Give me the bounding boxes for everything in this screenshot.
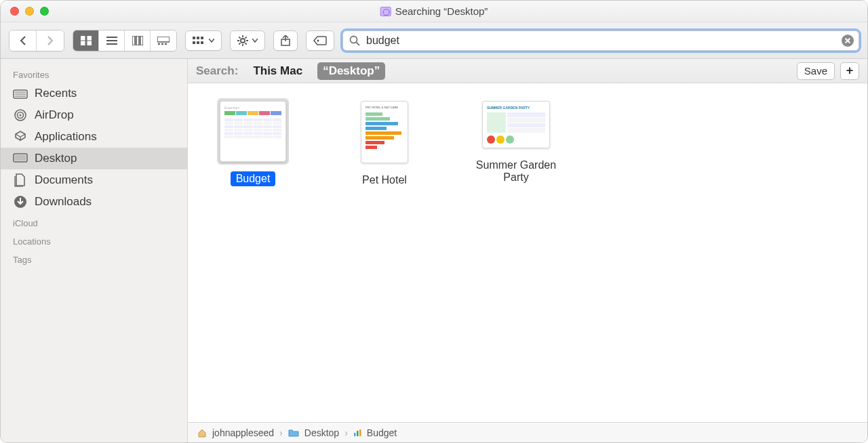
sidebar-item-label: Recents bbox=[35, 87, 77, 100]
path-segment[interactable]: johnappleseed bbox=[212, 427, 274, 438]
column-view-button[interactable] bbox=[125, 30, 151, 51]
view-switcher bbox=[73, 30, 177, 51]
file-thumbnail-wrap: SUMMER GARDEN PARTY bbox=[479, 98, 553, 151]
svg-point-31 bbox=[317, 39, 319, 41]
svg-rect-46 bbox=[359, 429, 361, 436]
svg-line-27 bbox=[239, 43, 240, 44]
svg-rect-8 bbox=[136, 36, 139, 45]
list-view-button[interactable] bbox=[99, 30, 125, 51]
back-button[interactable] bbox=[9, 30, 37, 51]
numbers-icon bbox=[353, 429, 361, 437]
file-thumbnail: Expenses bbox=[220, 101, 286, 162]
svg-line-33 bbox=[357, 42, 360, 45]
file-item[interactable]: Expenses Budget bbox=[205, 98, 300, 186]
search-icon bbox=[349, 35, 360, 46]
tag-icon bbox=[313, 36, 327, 45]
sidebar-header-tags: Tags bbox=[1, 249, 187, 268]
clear-search-button[interactable] bbox=[842, 35, 854, 47]
path-segment[interactable]: Budget bbox=[367, 427, 397, 438]
gallery-view-button[interactable] bbox=[151, 30, 176, 51]
chevron-down-icon bbox=[252, 39, 258, 43]
svg-rect-9 bbox=[140, 36, 143, 45]
icon-view-button[interactable] bbox=[73, 30, 99, 51]
sidebar-item-recents[interactable]: Recents bbox=[1, 83, 187, 104]
titlebar: Searching “Desktop” bbox=[1, 1, 867, 22]
file-thumbnail: SUMMER GARDEN PARTY bbox=[482, 101, 550, 148]
share-button[interactable] bbox=[273, 30, 298, 51]
chevron-right-icon: › bbox=[344, 427, 348, 438]
applications-icon bbox=[13, 131, 28, 143]
svg-rect-42 bbox=[15, 155, 26, 161]
svg-rect-17 bbox=[193, 41, 195, 44]
svg-rect-13 bbox=[165, 43, 167, 45]
desktop-icon bbox=[13, 152, 28, 165]
sidebar-item-label: Downloads bbox=[35, 195, 92, 209]
svg-point-40 bbox=[20, 114, 22, 117]
svg-rect-2 bbox=[81, 41, 85, 45]
file-item[interactable]: PET HOTEL & DAY CARE Pet Hotel bbox=[337, 98, 432, 188]
svg-rect-3 bbox=[87, 41, 92, 45]
results-area[interactable]: Expenses Budget bbox=[188, 83, 867, 422]
svg-line-26 bbox=[245, 43, 247, 44]
svg-rect-7 bbox=[132, 36, 135, 45]
svg-rect-16 bbox=[201, 37, 203, 39]
sidebar-item-documents[interactable]: Documents bbox=[1, 169, 187, 191]
svg-rect-0 bbox=[81, 36, 85, 40]
file-thumbnail-wrap: PET HOTEL & DAY CARE bbox=[358, 98, 411, 166]
sidebar-item-desktop[interactable]: Desktop bbox=[1, 148, 187, 169]
scope-option-desktop[interactable]: “Desktop” bbox=[317, 62, 385, 80]
chevron-down-icon bbox=[209, 39, 214, 43]
file-name: Budget bbox=[231, 171, 276, 186]
sidebar-item-label: Desktop bbox=[35, 152, 77, 165]
path-segment[interactable]: Desktop bbox=[304, 427, 339, 438]
nav-buttons bbox=[9, 30, 64, 51]
svg-rect-1 bbox=[87, 36, 92, 40]
svg-rect-44 bbox=[354, 433, 356, 436]
svg-point-20 bbox=[241, 39, 245, 43]
tags-button[interactable] bbox=[306, 30, 334, 51]
sidebar-item-applications[interactable]: Applications bbox=[1, 126, 187, 148]
save-search-button[interactable]: Save bbox=[797, 62, 835, 80]
downloads-icon bbox=[13, 196, 28, 208]
main-pane: Search: This Mac “Desktop” Save + Expens… bbox=[188, 59, 867, 442]
search-input[interactable] bbox=[342, 30, 859, 51]
search-folder-icon bbox=[380, 7, 391, 16]
zoom-window-button[interactable] bbox=[40, 7, 49, 16]
file-thumbnail: PET HOTEL & DAY CARE bbox=[361, 101, 408, 163]
sidebar-item-downloads[interactable]: Downloads bbox=[1, 191, 187, 213]
scope-label: Search: bbox=[196, 64, 238, 78]
airdrop-icon bbox=[13, 109, 28, 121]
action-menu-button[interactable] bbox=[230, 30, 265, 51]
forward-button[interactable] bbox=[37, 30, 64, 51]
folder-icon bbox=[288, 429, 299, 437]
svg-rect-45 bbox=[357, 431, 359, 436]
svg-rect-11 bbox=[158, 43, 160, 45]
sidebar-item-label: AirDrop bbox=[35, 108, 74, 122]
search-scope-bar: Search: This Mac “Desktop” Save + bbox=[188, 59, 867, 83]
svg-rect-19 bbox=[201, 41, 203, 44]
svg-rect-14 bbox=[193, 37, 195, 39]
svg-line-28 bbox=[245, 37, 247, 38]
close-window-button[interactable] bbox=[10, 7, 19, 16]
group-by-button[interactable] bbox=[185, 30, 222, 51]
sidebar-item-airdrop[interactable]: AirDrop bbox=[1, 104, 187, 126]
scope-option-this-mac[interactable]: This Mac bbox=[248, 62, 308, 80]
sidebar-header-locations: Locations bbox=[1, 231, 187, 249]
svg-rect-15 bbox=[197, 37, 199, 39]
home-icon bbox=[197, 428, 207, 438]
path-bar: johnappleseed › Desktop › Budget bbox=[188, 422, 867, 442]
sidebar-item-label: Applications bbox=[35, 130, 97, 144]
minimize-window-button[interactable] bbox=[25, 7, 34, 16]
svg-point-32 bbox=[351, 36, 357, 43]
file-name: Pet Hotel bbox=[357, 173, 412, 188]
chevron-right-icon: › bbox=[279, 427, 283, 438]
gear-icon bbox=[237, 35, 248, 46]
sidebar-header-icloud: iCloud bbox=[1, 213, 187, 231]
sidebar: Favorites Recents AirDrop Applications D… bbox=[1, 59, 188, 442]
add-search-criteria-button[interactable]: + bbox=[840, 62, 859, 80]
search-field-wrap bbox=[342, 30, 859, 51]
file-name: Summer Garden Party bbox=[469, 158, 564, 185]
file-thumbnail-wrap: Expenses bbox=[217, 98, 289, 165]
window-title-text: Searching “Desktop” bbox=[395, 5, 488, 17]
file-item[interactable]: SUMMER GARDEN PARTY bbox=[469, 98, 564, 185]
